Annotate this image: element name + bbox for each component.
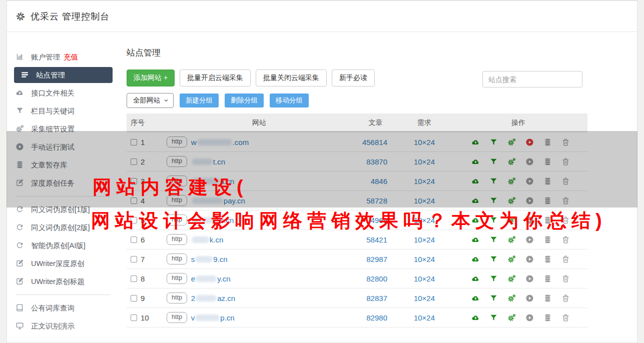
trash-icon[interactable] <box>561 255 570 264</box>
play-icon[interactable] <box>525 158 534 166</box>
row-checkbox[interactable] <box>131 217 137 224</box>
sidebar-item-5[interactable]: 手动运行测试 <box>7 138 120 156</box>
funnel-icon[interactable] <box>489 196 498 205</box>
funnel-icon[interactable] <box>489 274 498 283</box>
batch-disable-collect-button[interactable]: 批量关闭云端采集 <box>256 70 327 86</box>
database-icon[interactable] <box>543 294 552 302</box>
play-icon[interactable] <box>525 255 534 264</box>
database-icon[interactable] <box>543 236 552 244</box>
cloud-upload-icon[interactable] <box>471 158 480 166</box>
cloud-upload-icon[interactable] <box>471 196 480 205</box>
gears-icon[interactable] <box>507 177 516 186</box>
funnel-icon[interactable] <box>489 314 498 322</box>
sidebar-item-9[interactable]: 同义词伪原创[2版] <box>7 218 120 236</box>
move-group-button[interactable]: 移动分组 <box>270 94 309 108</box>
play-icon[interactable] <box>525 216 534 224</box>
funnel-icon[interactable] <box>489 138 498 146</box>
sidebar-item-12[interactable]: UWriter原创标题 <box>7 272 120 290</box>
funnel-icon[interactable] <box>489 255 498 264</box>
sidebar-item-2[interactable]: 接口文件相关 <box>7 84 120 102</box>
site-domain-link[interactable]: t.cn <box>191 158 225 166</box>
database-icon[interactable] <box>543 196 552 205</box>
delete-group-button[interactable]: 删除分组 <box>225 94 264 108</box>
site-search-input[interactable] <box>482 71 582 88</box>
funnel-icon[interactable] <box>489 236 498 244</box>
funnel-icon[interactable] <box>489 294 498 302</box>
cloud-upload-icon[interactable] <box>471 274 480 283</box>
site-domain-link[interactable]: k.cn <box>191 236 224 244</box>
row-checkbox[interactable] <box>131 158 137 165</box>
sidebar-item-8[interactable]: 同义词伪原创[1版] <box>7 200 120 218</box>
database-icon[interactable] <box>543 177 552 186</box>
play-icon[interactable] <box>525 236 534 244</box>
gears-icon[interactable] <box>507 138 516 146</box>
cloud-upload-icon[interactable] <box>471 314 480 322</box>
cloud-upload-icon[interactable] <box>471 236 480 244</box>
gears-icon[interactable] <box>507 236 516 244</box>
trash-icon[interactable] <box>561 294 570 302</box>
funnel-icon[interactable] <box>489 158 498 166</box>
site-domain-link[interactable]: pay.cn <box>191 196 245 205</box>
gears-icon[interactable] <box>507 216 516 224</box>
sidebar-item-0[interactable]: 账户管理充值 <box>7 48 120 66</box>
row-checkbox[interactable] <box>131 256 137 262</box>
site-domain-link[interactable]: a.cn <box>191 177 234 186</box>
site-domain-link[interactable]: w.com <box>191 138 249 146</box>
batch-enable-collect-button[interactable]: 批量开启云端采集 <box>180 70 251 86</box>
gears-icon[interactable] <box>507 196 516 205</box>
play-icon[interactable] <box>525 138 534 146</box>
cloud-upload-icon[interactable] <box>471 138 480 146</box>
gears-icon[interactable] <box>507 294 516 302</box>
trash-icon[interactable] <box>561 274 570 283</box>
sidebar-item-4[interactable]: 采集细节设置 <box>7 120 120 138</box>
trash-icon[interactable] <box>561 314 570 322</box>
database-icon[interactable] <box>543 216 552 224</box>
add-site-button[interactable]: 添加网站 + <box>127 70 175 86</box>
trash-icon[interactable] <box>561 158 570 166</box>
sidebar-item-6[interactable]: 文章暂存库 <box>7 156 120 174</box>
sidebar-item-1[interactable]: 站点管理 <box>14 67 113 83</box>
group-filter-select[interactable]: 全部网站 <box>127 93 174 108</box>
sidebar-item-13[interactable]: 公有词库查询 <box>7 299 120 317</box>
gears-icon[interactable] <box>507 314 516 322</box>
site-domain-link[interactable]: 2az.cn <box>191 294 235 302</box>
funnel-icon[interactable] <box>489 177 498 186</box>
row-checkbox[interactable] <box>131 198 137 204</box>
trash-icon[interactable] <box>561 177 570 186</box>
recharge-link[interactable]: 充值 <box>64 52 78 62</box>
play-icon[interactable] <box>525 294 534 302</box>
site-domain-link[interactable]: vp.cn <box>191 314 235 322</box>
cloud-upload-icon[interactable] <box>471 177 480 186</box>
cloud-upload-icon[interactable] <box>471 255 480 264</box>
newbie-guide-button[interactable]: 新手必读 <box>332 70 375 86</box>
database-icon[interactable] <box>543 274 552 283</box>
database-icon[interactable] <box>543 255 552 264</box>
site-domain-link[interactable]: s9.cn <box>191 255 228 264</box>
sidebar-item-7[interactable]: 深度原创任务 <box>7 174 120 192</box>
gears-icon[interactable] <box>507 274 516 283</box>
trash-icon[interactable] <box>561 138 570 146</box>
sidebar-item-10[interactable]: 智能伪原创[AI版] <box>7 236 120 254</box>
trash-icon[interactable] <box>561 216 570 224</box>
site-domain-link[interactable]: s.cn <box>191 216 234 224</box>
row-checkbox[interactable] <box>131 314 137 321</box>
trash-icon[interactable] <box>561 196 570 205</box>
row-checkbox[interactable] <box>131 139 137 146</box>
new-group-button[interactable]: 新建分组 <box>180 94 219 108</box>
row-checkbox[interactable] <box>131 178 137 184</box>
row-checkbox[interactable] <box>131 236 137 243</box>
funnel-icon[interactable] <box>489 216 498 224</box>
row-checkbox[interactable] <box>131 295 137 302</box>
database-icon[interactable] <box>543 158 552 166</box>
play-icon[interactable] <box>525 177 534 186</box>
sidebar-item-3[interactable]: 栏目与关键词 <box>7 102 120 120</box>
sidebar-item-11[interactable]: UWriter深度原创 <box>7 254 120 272</box>
play-icon[interactable] <box>525 274 534 283</box>
gears-icon[interactable] <box>507 255 516 264</box>
database-icon[interactable] <box>543 138 552 146</box>
database-icon[interactable] <box>543 314 552 322</box>
play-icon[interactable] <box>525 314 534 322</box>
cloud-upload-icon[interactable] <box>471 294 480 302</box>
site-domain-link[interactable]: ey.cn <box>191 274 231 283</box>
row-checkbox[interactable] <box>131 276 137 282</box>
